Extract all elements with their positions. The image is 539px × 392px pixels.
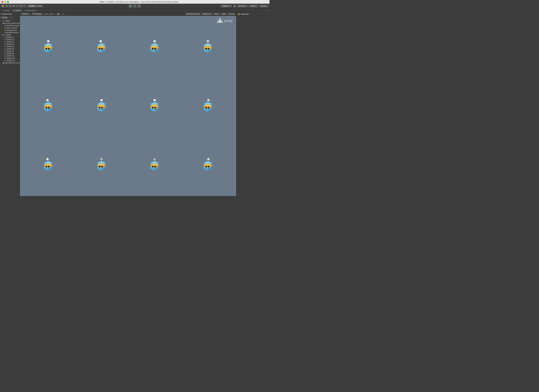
game-right-tools: Maximize On Play Mute Audio VSync Stats …	[185, 13, 236, 15]
scene-icon: 🎮	[3, 20, 5, 22]
hier-3dball-3[interactable]: ◎ 3DBall (3)	[0, 41, 20, 43]
hierarchy-menu[interactable]: ⋯	[17, 13, 19, 15]
close-button[interactable]	[1, 1, 3, 3]
ball-icon: ◎	[4, 46, 6, 48]
pivot-toggle[interactable]: Center Local	[28, 5, 43, 8]
hier-3dball-1[interactable]: ◎ 3DBall (1)	[0, 36, 20, 38]
hier-canvas-watermark[interactable]: ▣ Canvas_Watermark	[0, 22, 20, 24]
hier-eventsystem[interactable]: ⚡ EventSystem	[0, 29, 20, 31]
rotate-tool[interactable]: ↻	[9, 4, 12, 8]
svg-point-80	[207, 99, 209, 101]
move-tool[interactable]: ✛	[5, 4, 8, 8]
hier-main-camera[interactable]: 📷 Main Camera	[0, 27, 20, 29]
step-button[interactable]: ⏭	[137, 4, 141, 8]
ball-cube-3	[202, 40, 214, 54]
ball-icon: ◎	[4, 39, 6, 40]
svg-point-21	[99, 48, 101, 49]
svg-point-88	[207, 107, 209, 108]
ball-icon: ◎	[4, 50, 6, 52]
scene-tab-bar: ⬡ Scene ▶ Game 🛍 Asset Store ☰	[0, 8, 270, 12]
light-icon: ☀	[4, 25, 6, 26]
asset-store-icon: 🛍	[24, 10, 26, 11]
tab-asset-store[interactable]: 🛍 Asset Store	[23, 9, 38, 12]
ball-cell-2	[149, 40, 160, 54]
hier-3dball-7[interactable]: ◎ 3DBall (7)	[0, 50, 20, 52]
hier-3dball-root[interactable]: ▶ ◎ 3DBall	[0, 34, 20, 36]
game-toolbar: Display 1 Free Aspect Scale 1x Maximize …	[20, 12, 236, 16]
hierarchy-create-btn[interactable]: Create	[1, 16, 8, 19]
tools-group: ✋ ✛ ↻ ⊞ ▭ ⊕ ⋯	[1, 4, 27, 8]
ball-cube-8	[43, 158, 54, 172]
hier-3dball-8[interactable]: ◎ 3DBall (8)	[0, 52, 20, 55]
hier-3dball-2[interactable]: ◎ 3DBall (2)	[0, 38, 20, 41]
hier-agentmonitor[interactable]: ▣ AgentMonitorCanvas	[0, 62, 20, 64]
scale-label: Scale	[44, 13, 48, 15]
inspector-menu[interactable]: ⋯	[266, 13, 268, 15]
hier-ball3dacademy[interactable]: ◎ Ball3DAcademy	[0, 31, 20, 34]
rect-tool[interactable]: ▭	[16, 4, 19, 8]
ball-cube-11	[202, 158, 214, 172]
window-title: 3DBall - UnitySDK - PC, Mac & Linux Stan…	[10, 1, 268, 3]
gizmos-btn[interactable]: Gizmos	[227, 13, 236, 15]
game-icon: ▶	[14, 10, 15, 11]
scene-panel-menu[interactable]: ☰	[268, 10, 270, 12]
ball-icon: ◎	[4, 43, 6, 45]
expand-icon: ▼	[1, 20, 2, 22]
layers-button[interactable]: Layers	[249, 5, 258, 8]
hier-3dball-11[interactable]: ◎ 3DBall (11)	[0, 59, 20, 62]
hierarchy-icon: ☰	[1, 13, 3, 15]
hier-directional-light[interactable]: ☀ Directional_Light	[0, 24, 20, 27]
hier-3dball-5[interactable]: ◎ 3DBall (5)	[0, 45, 20, 48]
svg-point-124	[207, 158, 209, 160]
svg-point-25	[154, 40, 156, 42]
ball-cell-1	[96, 40, 107, 54]
ball-icon: ◎	[4, 36, 6, 38]
play-controls: ▶ ⏸ ⏭	[129, 4, 141, 8]
hier-item-root[interactable]: ▼ 🎮 3DBall	[0, 20, 20, 22]
local-option[interactable]: Local	[36, 5, 43, 7]
transform-tool[interactable]: ⊕	[19, 4, 23, 8]
collab-button[interactable]: Collab ▼	[220, 5, 232, 8]
ball-cell-7	[202, 99, 214, 113]
hier-3dball-4[interactable]: ◎ 3DBall (4)	[0, 43, 20, 45]
custom-tool[interactable]: ⋯	[23, 4, 26, 8]
cloud-button[interactable]: ☁	[233, 4, 236, 8]
tab-game[interactable]: ▶ Game	[12, 9, 22, 12]
scale-slider[interactable]	[49, 14, 62, 14]
center-option[interactable]: Center	[28, 5, 36, 7]
minimize-button[interactable]	[4, 1, 6, 3]
svg-point-110	[101, 166, 103, 167]
aspect-btn[interactable]: Free Aspect	[31, 13, 43, 15]
ball-icon: ◎	[4, 57, 6, 59]
pause-button[interactable]: ⏸	[133, 4, 137, 8]
ball-cell-8	[43, 158, 54, 172]
svg-point-33	[154, 48, 156, 49]
hierarchy-title: Hierarchy	[3, 13, 12, 15]
ball-cube-10	[149, 158, 160, 172]
svg-point-36	[207, 40, 209, 42]
vsync-btn[interactable]: VSync	[213, 13, 220, 15]
hier-3dball-6[interactable]: ◎ 3DBall (6)	[0, 48, 20, 50]
inspector-panel: 🔒 Inspector ⋯	[236, 12, 270, 196]
layout-button[interactable]: Layout	[259, 5, 269, 8]
stats-btn[interactable]: Stats	[221, 13, 227, 15]
scale-tool[interactable]: ⊞	[12, 4, 15, 8]
maximize-on-play-btn[interactable]: Maximize On Play	[185, 13, 201, 15]
maximize-button[interactable]	[7, 1, 9, 3]
svg-point-11	[48, 48, 50, 49]
play-button[interactable]: ▶	[129, 4, 133, 8]
window-controls	[1, 1, 9, 3]
unity-logo: unity	[217, 18, 233, 24]
mute-audio-btn[interactable]: Mute Audio	[202, 13, 212, 15]
hier-3dball-9[interactable]: ◎ 3DBall (9)	[0, 55, 20, 57]
monitor-icon: ▣	[3, 62, 4, 64]
scene-icon: ⬡	[2, 10, 4, 11]
svg-point-131	[205, 166, 207, 167]
svg-point-22	[101, 48, 103, 49]
tab-scene[interactable]: ⬡ Scene	[0, 9, 11, 12]
account-button[interactable]: Account	[237, 5, 248, 8]
hand-tool[interactable]: ✋	[1, 4, 5, 8]
middle-area: Display 1 Free Aspect Scale 1x Maximize …	[20, 12, 236, 196]
hier-3dball-10[interactable]: ◎ 3DBall (10)	[0, 57, 20, 59]
display-btn[interactable]: Display 1	[21, 13, 30, 15]
